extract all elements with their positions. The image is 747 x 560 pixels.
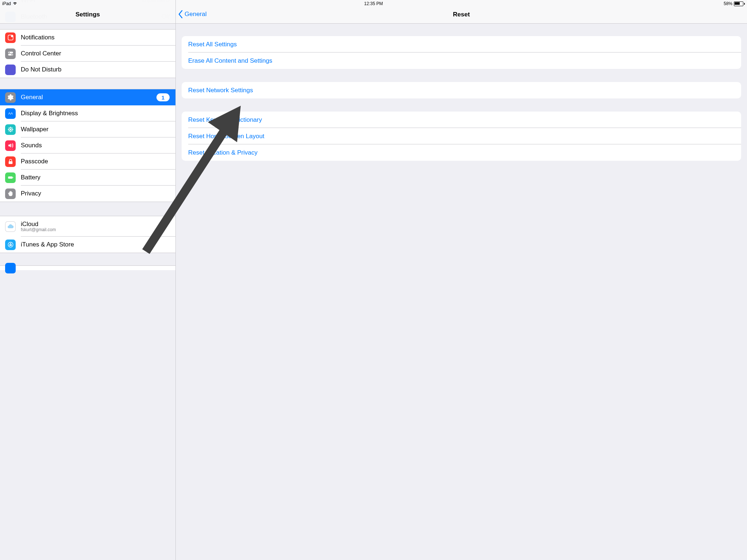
- detail-pane: General Reset Reset All SettingsErase Al…: [176, 0, 463, 347]
- reset-option-reset-home[interactable]: Reset Home Screen Layout: [182, 128, 463, 144]
- svg-point-11: [12, 129, 13, 130]
- sidebar-item-label: iCloud: [21, 221, 56, 228]
- svg-point-9: [10, 131, 11, 132]
- sidebar-item-label: Control Center: [21, 50, 175, 57]
- sidebar-title: Settings: [76, 11, 100, 18]
- moon-icon: [5, 65, 16, 75]
- svg-point-10: [8, 129, 9, 130]
- svg-point-15: [8, 130, 10, 132]
- reset-option-erase-all[interactable]: Erase All Content and Settings: [182, 52, 463, 69]
- reset-option-label: Reset Network Settings: [188, 87, 253, 94]
- svg-rect-18: [12, 177, 13, 178]
- status-bar: iPad 12:35 PM 58%: [0, 0, 463, 7]
- sidebar-item-label: Do Not Disturb: [21, 66, 175, 73]
- sidebar-item-label: General: [21, 94, 156, 101]
- sidebar-scroll[interactable]: NotificationsControl CenterDo Not Distur…: [0, 23, 175, 347]
- sidebar-item-itunes[interactable]: iTunes & App Store: [0, 237, 175, 253]
- sidebar-item-label: Sounds: [21, 142, 175, 149]
- sidebar-item-dnd[interactable]: Do Not Disturb: [0, 62, 175, 78]
- sidebar-item-control-center[interactable]: Control Center: [0, 46, 175, 62]
- partial-row-icon: [5, 263, 16, 273]
- device-label: iPad: [2, 1, 11, 6]
- settings-sidebar: Wi-Fi superhero Bluetooth Off Settings N…: [0, 0, 176, 347]
- svg-point-13: [11, 130, 13, 132]
- aa-icon: AA: [5, 108, 16, 119]
- wifi-icon: [12, 1, 18, 6]
- sidebar-item-general[interactable]: General1: [0, 89, 175, 105]
- sidebar-item-partial[interactable]: [0, 266, 175, 270]
- sidebar-item-notifications[interactable]: Notifications: [0, 30, 175, 46]
- hand-icon: [5, 188, 16, 199]
- sidebar-item-sounds[interactable]: Sounds: [0, 137, 175, 153]
- reset-option-label: Reset Home Screen Layout: [188, 133, 264, 140]
- toggles-icon: [5, 48, 16, 59]
- sidebar-item-label: Wallpaper: [21, 126, 175, 133]
- reset-option-label: Reset All Settings: [188, 41, 237, 48]
- svg-point-3: [8, 52, 9, 53]
- svg-point-14: [11, 127, 13, 129]
- sidebar-item-wallpaper[interactable]: Wallpaper: [0, 121, 175, 137]
- sidebar-item-display[interactable]: AADisplay & Brightness: [0, 105, 175, 121]
- battery-icon: [5, 172, 16, 183]
- svg-point-7: [9, 129, 11, 131]
- sidebar-item-label: Privacy: [21, 190, 175, 197]
- svg-rect-16: [8, 161, 12, 164]
- svg-point-12: [8, 127, 10, 129]
- svg-point-8: [10, 127, 11, 129]
- detail-scroll[interactable]: Reset All SettingsErase All Content and …: [176, 24, 463, 347]
- notifications-icon: [5, 32, 16, 43]
- detail-title: Reset: [453, 11, 463, 18]
- sidebar-item-sublabel: fskurt@gmail.com: [21, 227, 56, 232]
- sidebar-item-passcode[interactable]: Passcode: [0, 153, 175, 170]
- cloud-icon: [5, 221, 16, 232]
- lock-icon: [5, 156, 16, 167]
- reset-option-label: Reset Keyboard Dictionary: [188, 116, 262, 124]
- back-button-label: General: [185, 11, 206, 18]
- gear-icon: [5, 92, 16, 103]
- sidebar-item-label: Passcode: [21, 158, 175, 165]
- sidebar-item-battery[interactable]: Battery: [0, 170, 175, 186]
- sidebar-badge: 1: [156, 93, 170, 101]
- svg-point-1: [11, 35, 13, 37]
- sidebar-item-icloud[interactable]: iCloudfskurt@gmail.com: [0, 216, 175, 237]
- appstore-icon: [5, 240, 16, 250]
- reset-option-reset-all[interactable]: Reset All Settings: [182, 36, 463, 52]
- svg-text:AA: AA: [8, 112, 13, 115]
- reset-option-label: Reset Location & Privacy: [188, 149, 258, 156]
- flower-icon: [5, 124, 16, 135]
- reset-option-label: Erase All Content and Settings: [188, 57, 272, 65]
- svg-rect-17: [8, 176, 12, 179]
- clock: 12:35 PM: [364, 1, 383, 6]
- sidebar-item-label: Notifications: [21, 34, 175, 41]
- sidebar-item-label: iTunes & App Store: [21, 241, 175, 248]
- reset-option-reset-network[interactable]: Reset Network Settings: [182, 82, 463, 98]
- sidebar-item-label: Battery: [21, 174, 175, 181]
- speaker-icon: [5, 140, 16, 151]
- sidebar-item-privacy[interactable]: Privacy: [0, 186, 175, 202]
- reset-option-reset-keyboard[interactable]: Reset Keyboard Dictionary: [182, 112, 463, 128]
- reset-option-reset-location[interactable]: Reset Location & Privacy: [182, 144, 463, 161]
- sidebar-item-label: Display & Brightness: [21, 110, 175, 117]
- svg-point-5: [11, 54, 12, 55]
- back-button[interactable]: General: [178, 10, 206, 18]
